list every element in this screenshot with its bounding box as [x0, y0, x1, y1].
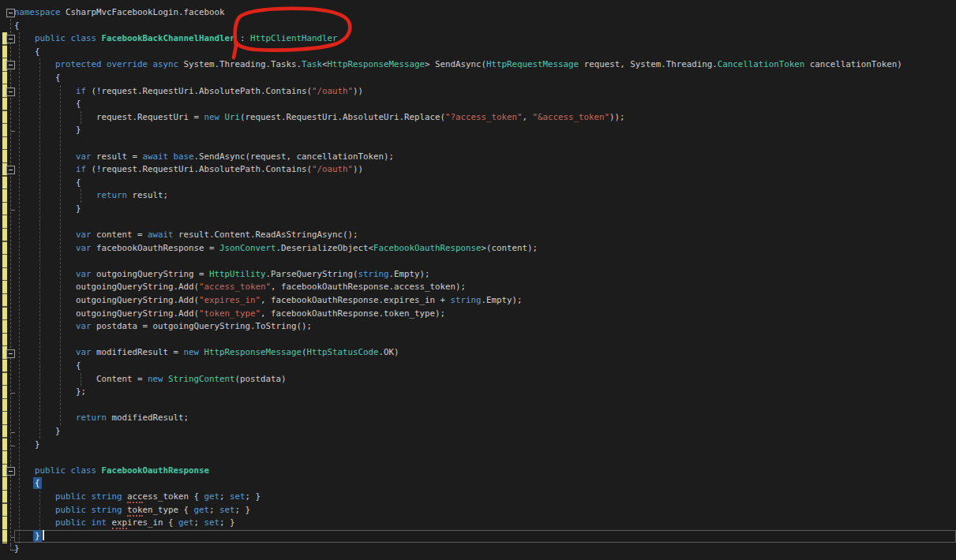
code-line[interactable] — [14, 137, 956, 151]
code-line[interactable] — [14, 451, 956, 465]
code-line[interactable]: } — [14, 203, 956, 216]
code-line[interactable]: if (!request.RequestUri.AbsolutePath.Con… — [14, 85, 956, 99]
code-line[interactable]: }; — [14, 386, 956, 399]
code-line[interactable]: Content = new StringContent(postdata) — [14, 373, 956, 386]
code-line[interactable]: if (!request.RequestUri.AbsolutePath.Con… — [14, 163, 956, 177]
minus-icon — [9, 13, 13, 13]
code-line[interactable]: var postdata = outgoingQueryString.ToStr… — [14, 320, 956, 334]
code-line[interactable]: var result = await base.SendAsync(reques… — [14, 151, 956, 164]
code-line[interactable]: outgoingQueryString.Add("token_type", fa… — [14, 308, 956, 321]
code-line[interactable]: { — [14, 477, 956, 491]
minus-icon — [9, 65, 13, 65]
code-line[interactable]: return result; — [14, 189, 956, 203]
code-line[interactable]: } — [14, 124, 956, 137]
minus-icon — [9, 39, 13, 39]
code-line[interactable]: request.RequestUri = new Uri(request.Req… — [14, 111, 956, 125]
code-line[interactable]: { — [14, 177, 956, 190]
code-line[interactable]: protected override async System.Threadin… — [14, 58, 956, 72]
code-line[interactable]: namespace CsharpMvcFacebookLogin.faceboo… — [14, 6, 956, 20]
minus-icon — [9, 91, 13, 92]
code-line[interactable]: outgoingQueryString.Add("access_token", … — [14, 281, 956, 294]
code-line[interactable]: var outgoingQueryString = HttpUtility.Pa… — [14, 268, 956, 282]
code-line[interactable]: { — [14, 20, 956, 33]
code-line[interactable]: public int expires_in { get; set; } — [14, 517, 956, 530]
code-line[interactable]: public string token_type { get; set; } — [14, 504, 956, 517]
code-line[interactable]: return modifiedResult; — [14, 412, 956, 425]
minus-icon — [9, 353, 13, 354]
code-line[interactable]: { — [14, 360, 956, 373]
code-line[interactable] — [14, 255, 956, 268]
code-line[interactable]: outgoingQueryString.Add("expires_in", fa… — [14, 294, 956, 308]
code-line[interactable]: } — [14, 543, 956, 556]
code-line[interactable]: public string access_token { get; set; } — [14, 491, 956, 504]
code-area[interactable]: namespace CsharpMvcFacebookLogin.faceboo… — [14, 6, 956, 556]
code-line[interactable]: } — [14, 425, 956, 439]
code-line[interactable]: public class FacebookBackChannelHandler … — [14, 32, 956, 46]
code-line[interactable] — [14, 334, 956, 347]
text-caret — [43, 530, 44, 540]
code-line[interactable] — [14, 216, 956, 230]
code-editor[interactable]: namespace CsharpMvcFacebookLogin.faceboo… — [0, 0, 956, 560]
code-line[interactable]: var modifiedResult = new HttpResponseMes… — [14, 346, 956, 360]
code-line[interactable] — [14, 399, 956, 413]
code-line[interactable]: public class FacebookOauthResponse — [14, 465, 956, 478]
code-line[interactable]: var facebookOauthResponse = JsonConvert.… — [14, 242, 956, 256]
code-line[interactable]: { — [14, 72, 956, 85]
minus-icon — [9, 170, 13, 170]
code-line[interactable]: } — [14, 530, 956, 543]
code-line[interactable]: { — [14, 46, 956, 59]
minus-icon — [9, 471, 13, 472]
code-line[interactable]: var content = await result.Content.ReadA… — [14, 229, 956, 242]
code-line[interactable]: { — [14, 98, 956, 111]
code-line[interactable]: } — [14, 439, 956, 452]
